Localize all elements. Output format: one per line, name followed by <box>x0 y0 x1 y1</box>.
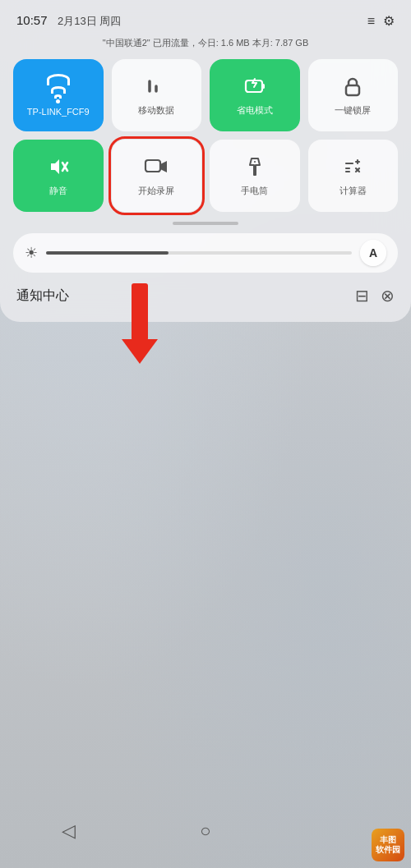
battery-icon <box>243 75 266 101</box>
data-usage-text: "中国联通2" 已用流量，今日: 1.6 MB 本月: 7.87 GB <box>13 35 398 59</box>
tile-power-save[interactable]: 省电模式 <box>210 59 300 131</box>
scroll-bar <box>173 222 238 225</box>
tile-lock-label: 一键锁屏 <box>335 104 371 117</box>
collapse-notifications-icon[interactable]: ⊟ <box>355 286 369 305</box>
tile-flashlight[interactable]: 手电筒 <box>210 140 300 212</box>
tile-mute[interactable]: 静音 <box>13 140 104 212</box>
status-icons: ≡ ⚙ <box>367 13 395 29</box>
notification-center-header: 通知中心 ⊟ ⊗ <box>13 282 398 309</box>
auto-brightness-button[interactable]: A <box>360 240 386 266</box>
tile-mobile-label: 移动数据 <box>138 104 174 117</box>
tile-calculator[interactable]: 计算器 <box>308 140 399 212</box>
wifi-icon <box>47 74 70 103</box>
tile-mobile-data[interactable]: 移动数据 <box>112 59 202 131</box>
recents-button[interactable] <box>322 811 363 852</box>
tile-screen-record[interactable]: 开始录屏 <box>112 140 202 212</box>
scroll-indicator <box>13 222 398 225</box>
status-date: 2月13日 周四 <box>58 15 121 27</box>
bottom-nav: ◁ ○ <box>0 802 411 868</box>
brightness-icon: ☀ <box>25 244 38 262</box>
svg-rect-7 <box>346 85 359 95</box>
tile-lock-screen[interactable]: 一键锁屏 <box>308 59 399 131</box>
lock-icon <box>341 75 364 101</box>
tile-wifi[interactable]: TP-LINK_FCF9 <box>13 59 104 131</box>
home-button[interactable]: ○ <box>185 811 226 852</box>
clear-notifications-icon[interactable]: ⊗ <box>381 286 395 305</box>
notification-center-title: 通知中心 <box>16 287 69 305</box>
status-left: 10:57 2月13日 周四 <box>16 13 121 29</box>
brightness-row[interactable]: ☀ A <box>13 233 398 273</box>
back-button[interactable]: ◁ <box>48 811 89 852</box>
tiles-grid: TP-LINK_FCF9 移动数据 <box>13 59 398 212</box>
menu-icon: ≡ <box>367 14 375 29</box>
brightness-track[interactable] <box>46 251 352 255</box>
control-center: 10:57 2月13日 周四 ≡ ⚙ "中国联通2" 已用流量，今日: 1.6 … <box>0 0 411 322</box>
calculator-icon <box>341 155 364 181</box>
notification-center-icons: ⊟ ⊗ <box>355 286 395 305</box>
mute-icon <box>47 155 70 181</box>
watermark-text: 丰图软件园 <box>376 835 400 855</box>
settings-icon[interactable]: ⚙ <box>383 13 395 29</box>
brightness-fill <box>46 251 169 255</box>
tile-calculator-label: 计算器 <box>339 185 367 197</box>
tile-power-label: 省电模式 <box>237 104 273 117</box>
tile-flashlight-label: 手电筒 <box>241 185 268 197</box>
svg-rect-10 <box>145 160 160 172</box>
watermark-logo: 丰图软件园 <box>372 829 404 861</box>
screen-record-icon <box>144 155 169 181</box>
watermark: 丰图软件园 <box>372 829 404 861</box>
phone-screen: Sean 10:57 2月13日 周四 ≡ ⚙ "中国联通2" 已用流量，今日:… <box>0 0 411 868</box>
svg-rect-3 <box>262 84 265 89</box>
status-bar: 10:57 2月13日 周四 ≡ ⚙ <box>13 10 398 35</box>
tile-wifi-label: TP-LINK_FCF9 <box>27 107 90 117</box>
tile-mute-label: 静音 <box>49 185 67 197</box>
status-time: 10:57 <box>16 13 48 27</box>
flashlight-icon <box>243 155 266 181</box>
mobile-data-icon <box>145 75 168 101</box>
tile-screen-record-label: 开始录屏 <box>138 185 174 197</box>
